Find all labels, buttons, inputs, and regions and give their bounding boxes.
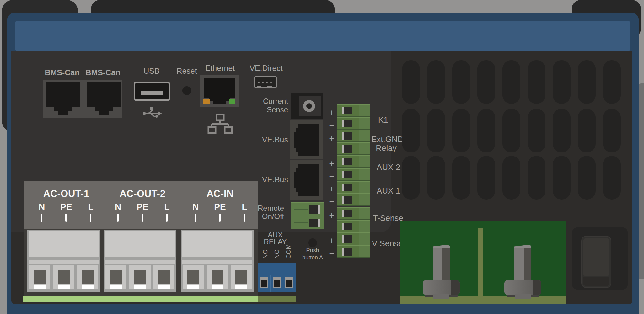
bms-can-2-label: BMS-Can [78, 68, 128, 77]
polarity-sign: + [327, 159, 336, 169]
polarity-sign: − [327, 248, 336, 258]
ve-bus-port-2[interactable] [290, 160, 323, 200]
signal-terminal[interactable] [337, 117, 370, 130]
screw-terminal[interactable] [105, 265, 126, 289]
ve-direct-notch [267, 86, 272, 87]
terminal-cover [29, 231, 99, 257]
battery-terminal-bolt-plus[interactable] [504, 245, 541, 299]
pcb-divider [478, 228, 483, 296]
ac-out-1-terminal-block[interactable] [27, 230, 100, 292]
polarity-sign: + [327, 236, 336, 246]
ve-direct-pin [258, 82, 260, 83]
ethernet-label: Ethernet [198, 64, 242, 72]
screw-terminal[interactable] [231, 265, 252, 289]
ve-bus-port-1[interactable] [290, 120, 323, 159]
pin-tick [90, 214, 91, 222]
ac-pin-label: N [185, 202, 207, 211]
screw-terminal[interactable] [53, 265, 74, 289]
ethernet-led-green [229, 99, 235, 104]
rocker-lip [583, 277, 609, 286]
ac-pin-label: PE [55, 202, 77, 211]
signal-terminal[interactable] [337, 168, 370, 181]
ac-out-2-terminal-block[interactable] [104, 230, 176, 292]
signal-terminal[interactable] [337, 181, 370, 194]
relay-pin-nc-label: NC [273, 231, 280, 259]
ve-direct-notch [257, 86, 261, 87]
bms-can-port-plate[interactable] [43, 80, 122, 118]
rocker-face [583, 238, 609, 276]
usb-icon [142, 107, 162, 120]
push-button-label-2: button A [297, 255, 328, 261]
usb-port[interactable] [134, 82, 170, 101]
screw-terminal[interactable] [183, 265, 204, 289]
relay-pin-com-label: COM [285, 231, 292, 259]
ac-pin-label: L [156, 202, 178, 211]
signal-terminal[interactable] [337, 245, 370, 258]
bms-can-port-2[interactable] [87, 82, 121, 107]
screw-terminal[interactable] [207, 265, 228, 289]
current-sense-label-2: Sense [250, 106, 288, 114]
remote-terminal-sliver [318, 205, 320, 214]
remote-terminal-hole [309, 219, 318, 227]
bms-can-port-2-tab [95, 107, 113, 111]
ac-pin-label: N [107, 202, 129, 211]
strip-light-green [23, 296, 258, 302]
ethernet-port[interactable] [204, 78, 235, 98]
polarity-sign: − [327, 171, 336, 181]
ve-direct-pin [266, 82, 268, 83]
aux-relay-cell-separator [283, 275, 283, 292]
screw-terminal[interactable] [153, 265, 174, 289]
remote-terminal-sliver [318, 219, 320, 227]
usb-port-tongue [141, 91, 163, 95]
bms-can-port-1[interactable] [46, 82, 80, 107]
bms-can-port-2-tab2 [99, 111, 109, 115]
signal-terminal[interactable] [337, 232, 370, 245]
signal-terminal[interactable] [337, 142, 370, 155]
current-sense-jack[interactable] [291, 93, 323, 119]
signal-terminal[interactable] [337, 155, 370, 168]
ve-direct-pin [270, 82, 272, 83]
ethernet-led-orange [203, 99, 210, 104]
ethernet-port-plate[interactable] [200, 75, 239, 107]
signal-terminal[interactable] [337, 130, 370, 142]
channel-k1-label: K1 [378, 116, 388, 124]
ve-direct-connector[interactable] [254, 76, 277, 88]
push-button-a[interactable] [308, 238, 317, 247]
signal-terminal[interactable] [337, 193, 370, 206]
ac-out-1-title: AC-OUT-1 [29, 189, 104, 199]
remote-on-off-connector[interactable] [291, 202, 324, 229]
pin-tick [219, 214, 221, 222]
battery-terminal-bolt-minus[interactable] [423, 245, 460, 299]
polarity-sign: − [327, 146, 336, 156]
ve-bus-1-hole-step [296, 128, 298, 152]
relay-pin-no-label: NO [262, 231, 269, 259]
rocker-switch[interactable] [581, 236, 611, 288]
terminal-cover [105, 231, 175, 257]
signal-terminal-block-upper[interactable] [337, 104, 370, 206]
polarity-sign: + [327, 108, 336, 118]
signal-terminal[interactable] [337, 207, 370, 220]
channel-extgnd-label-2: Relay [371, 144, 401, 152]
terminal-stripe [105, 260, 175, 264]
ac-out-2-title: AC-OUT-2 [105, 189, 180, 199]
signal-terminal[interactable] [337, 104, 370, 117]
reset-button[interactable] [182, 86, 191, 95]
aux-relay-terminal-block[interactable] [258, 263, 296, 292]
channel-aux1-label: AUX 1 [377, 187, 400, 195]
pin-tick [142, 214, 143, 222]
pin-tick [166, 214, 168, 222]
screw-terminal[interactable] [29, 265, 50, 289]
screw-terminal[interactable] [129, 265, 151, 289]
pin-tick [117, 214, 119, 222]
screw-terminal[interactable] [77, 265, 98, 289]
current-sense-label-1: Current [250, 97, 288, 105]
signal-terminal-block-lower[interactable] [337, 207, 370, 258]
ve-bus-2-hole [298, 164, 319, 196]
ve-bus-2-hole-step [296, 168, 298, 192]
ac-in-terminal-block[interactable] [181, 230, 254, 292]
signal-terminal[interactable] [337, 220, 370, 233]
polarity-sign: − [327, 120, 336, 130]
usb-label: USB [133, 67, 170, 75]
ve-direct-pin [262, 82, 264, 83]
remote-slot [294, 209, 308, 210]
